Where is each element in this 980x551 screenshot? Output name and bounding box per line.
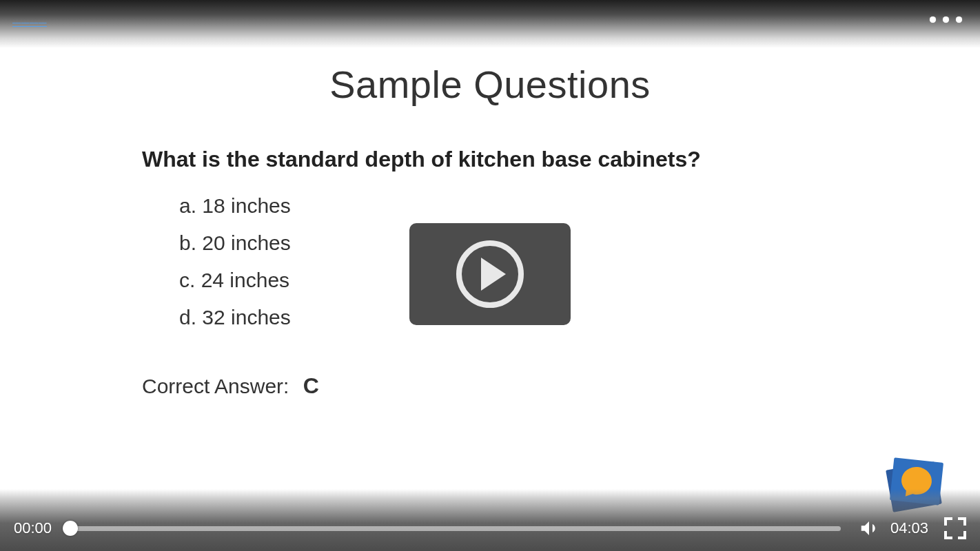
progress-bar[interactable] (70, 514, 841, 542)
top-shadow (0, 0, 980, 48)
play-triangle-icon (481, 258, 506, 291)
correct-answer-value: C (303, 373, 319, 398)
source-link[interactable]: ———— (12, 18, 47, 28)
corner-icon (944, 531, 952, 539)
question-text: What is the standard depth of kitchen ba… (142, 147, 762, 172)
volume-icon (859, 518, 879, 539)
volume-button[interactable] (859, 518, 879, 539)
corner-icon (944, 517, 952, 526)
slide-content: Sample Questions What is the standard de… (0, 0, 980, 399)
player-controls: 00:00 04:03 (0, 508, 980, 551)
corner-icon (958, 531, 966, 539)
correct-answer-label: Correct Answer: (142, 375, 289, 397)
current-time: 00:00 (14, 519, 58, 537)
corner-icon (958, 517, 966, 526)
video-player-frame: ———— Sample Questions What is the standa… (0, 0, 980, 551)
fullscreen-exit-button[interactable] (944, 517, 966, 539)
correct-answer-line: Correct Answer: C (142, 373, 762, 399)
play-button[interactable] (409, 223, 571, 325)
dot-icon (956, 17, 962, 23)
duration: 04:03 (890, 519, 935, 537)
option-a: a. 18 inches (179, 187, 762, 225)
more-options-button[interactable] (930, 17, 962, 23)
slide-title: Sample Questions (0, 62, 980, 107)
dot-icon (930, 17, 936, 23)
play-icon (456, 240, 524, 308)
progress-handle[interactable] (63, 521, 78, 536)
progress-track (70, 526, 841, 531)
dot-icon (943, 17, 949, 23)
